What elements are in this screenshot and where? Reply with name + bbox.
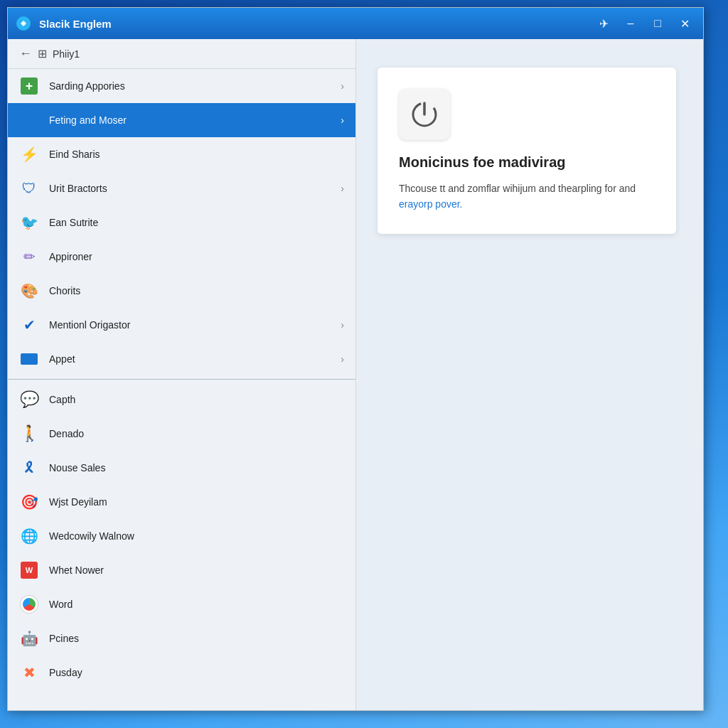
nav-back[interactable]: ← ⊞ Phiiy1 — [8, 39, 355, 69]
feting-arrow: › — [341, 114, 344, 126]
pcines-label: Pcines — [49, 633, 344, 644]
feting-label: Feting and Moser — [49, 114, 341, 126]
wjst-label: Wjst Deyilam — [49, 496, 344, 508]
minimize-button[interactable]: – — [618, 14, 643, 33]
info-card: Monicinus foe madivirag Thcouse tt and z… — [378, 68, 676, 234]
menu-item-eind[interactable]: ⚡ Eind Sharis — [8, 137, 355, 171]
word-label: Word — [49, 599, 344, 610]
nouse-icon: 🎗 — [19, 458, 39, 478]
ean-icon: 🐦 — [19, 213, 39, 232]
close-button[interactable]: ✕ — [672, 14, 697, 33]
menu-item-feting[interactable]: 👤 Feting and Moser › — [8, 103, 355, 137]
menu-item-capth[interactable]: 💬 Capth — [8, 382, 355, 417]
pusday-label: Pusday — [49, 667, 344, 678]
pusday-icon: ✖ — [19, 663, 39, 682]
sarding-arrow: › — [341, 80, 344, 92]
appet-icon — [19, 349, 39, 369]
menu-item-pcines[interactable]: 🤖 Pcines — [8, 621, 355, 655]
feting-icon: 👤 — [19, 110, 39, 130]
title-bar: Slacik Englem ✈ – □ ✕ — [8, 8, 703, 39]
urit-label: Urit Bractorts — [49, 183, 341, 194]
appet-label: Appet — [49, 353, 341, 365]
urit-icon: 🛡 — [19, 178, 39, 198]
menu-item-chorits[interactable]: 🎨 Chorits — [8, 274, 355, 308]
menu-item-appironer[interactable]: ✏ Appironer — [8, 240, 355, 274]
whet-label: Whet Nower — [49, 564, 344, 576]
wjst-icon: 🎯 — [19, 492, 39, 512]
pcines-icon: 🤖 — [19, 628, 39, 648]
mentionl-arrow: › — [341, 319, 344, 331]
pin-button[interactable]: ✈ — [591, 14, 616, 33]
mentionl-label: Mentionl Origastor — [49, 319, 341, 331]
denado-icon: 🚶 — [19, 424, 39, 444]
right-panel: Monicinus foe madivirag Thcouse tt and z… — [356, 39, 703, 710]
urit-arrow: › — [341, 183, 344, 194]
wedcowily-label: Wedcowily Walnow — [49, 530, 344, 542]
menu-item-mentionl[interactable]: ✔ Mentionl Origastor › — [8, 308, 355, 342]
nouse-label: Nouse Sales — [49, 462, 344, 473]
back-arrow-icon: ← — [19, 46, 32, 61]
power-icon-box — [399, 89, 450, 140]
eind-label: Eind Sharis — [49, 149, 344, 160]
denado-label: Denado — [49, 428, 344, 439]
menu-item-word[interactable]: Word — [8, 587, 355, 621]
nav-back-label: Phiiy1 — [53, 48, 80, 60]
menu-item-appet[interactable]: Appet › — [8, 342, 355, 376]
whet-icon: W — [19, 560, 39, 580]
menu-item-sarding[interactable]: + Sarding Appories › — [8, 69, 355, 103]
chorits-icon: 🎨 — [19, 281, 39, 301]
word-icon — [19, 594, 39, 614]
menu-item-wedcowily[interactable]: 🌐 Wedcowily Walnow — [8, 519, 355, 553]
wedcowily-icon: 🌐 — [19, 526, 39, 546]
appironer-icon: ✏ — [19, 247, 39, 267]
menu-item-pusday[interactable]: ✖ Pusday — [8, 655, 355, 690]
sarding-icon: + — [19, 76, 39, 96]
menu-item-whet[interactable]: W Whet Nower — [8, 553, 355, 587]
chorits-label: Chorits — [49, 285, 344, 296]
menu-item-denado[interactable]: 🚶 Denado — [8, 417, 355, 451]
power-icon — [409, 99, 440, 130]
menu-item-nouse[interactable]: 🎗 Nouse Sales — [8, 451, 355, 485]
app-window: Slacik Englem ✈ – □ ✕ ← ⊞ Phiiy1 + — [7, 7, 704, 711]
card-link[interactable]: erayorp pover. — [399, 198, 463, 210]
sarding-label: Sarding Appories — [49, 80, 341, 92]
menu-item-urit[interactable]: 🛡 Urit Bractorts › — [8, 171, 355, 205]
appet-arrow: › — [341, 353, 344, 365]
maximize-button[interactable]: □ — [645, 14, 670, 33]
window-controls: ✈ – □ ✕ — [591, 14, 697, 33]
menu-list: + Sarding Appories › 👤 Feting and Moser … — [8, 69, 355, 710]
window-body: ← ⊞ Phiiy1 + Sarding Appories › 👤 F — [8, 39, 703, 710]
sidebar: ← ⊞ Phiiy1 + Sarding Appories › 👤 F — [8, 39, 356, 710]
card-description: Thcouse tt and zomflar wihijum and thear… — [399, 181, 655, 213]
menu-item-wjst[interactable]: 🎯 Wjst Deyilam — [8, 485, 355, 519]
page-icon: ⊞ — [38, 47, 47, 60]
appironer-label: Appironer — [49, 251, 344, 262]
card-title: Monicinus foe madivirag — [399, 154, 655, 171]
eind-icon: ⚡ — [19, 144, 39, 164]
capth-label: Capth — [49, 394, 344, 405]
capth-icon: 💬 — [19, 390, 39, 410]
menu-item-ean[interactable]: 🐦 Ean Sutrite — [8, 205, 355, 240]
app-icon — [14, 14, 33, 33]
ean-label: Ean Sutrite — [49, 217, 344, 228]
app-title: Slacik Englem — [39, 18, 591, 30]
mentionl-icon: ✔ — [19, 315, 39, 335]
menu-divider — [8, 379, 355, 380]
card-desc-text: Thcouse tt and zomflar wihijum and thear… — [399, 183, 636, 194]
